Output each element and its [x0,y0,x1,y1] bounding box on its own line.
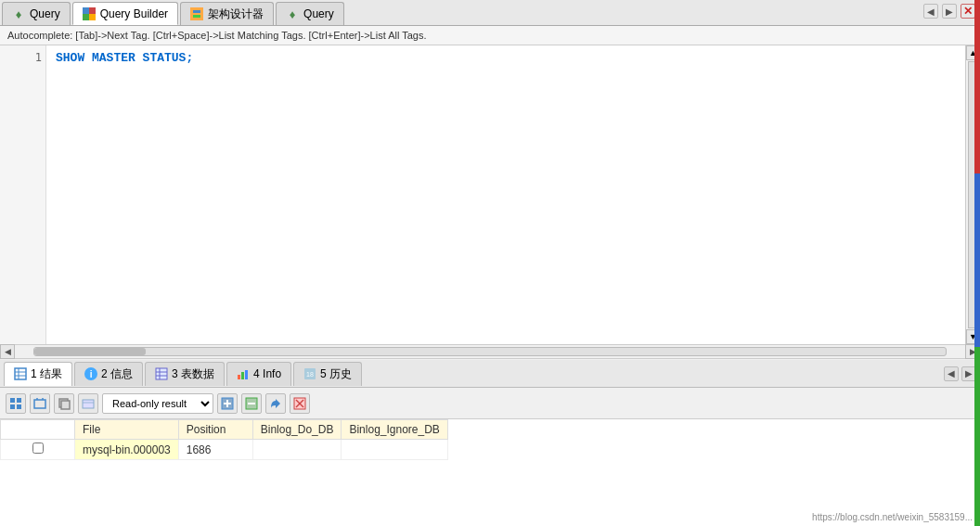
autocomplete-text: Autocomplete: [Tab]->Next Tag. [Ctrl+Spa… [7,30,427,41]
results-table: File Position Binlog_Do_DB Binlog_Ignore… [0,419,448,460]
builder-icon [83,7,96,20]
table-header-checkbox [1,420,75,440]
result-toolbar: Read-only result [0,388,980,419]
tabledata-icon [155,367,168,380]
toolbar-btn-6[interactable] [241,393,262,414]
result-tab-chart[interactable]: 4 Info [226,362,291,386]
line-number-1: 1 [4,51,42,64]
row-checkbox[interactable] [1,440,75,460]
chart-icon [237,367,250,380]
svg-rect-16 [241,372,244,379]
svg-rect-11 [156,368,167,379]
svg-rect-21 [17,398,21,403]
tab-prev-button[interactable]: ◀ [923,4,938,19]
cell-binlog-ignore [342,440,447,460]
cell-file: mysql-bin.000003 [75,440,179,460]
toolbar-btn-3[interactable] [54,393,74,414]
tab-next-button[interactable]: ▶ [942,4,957,19]
tab-query1[interactable]: ♦ Query [2,2,71,25]
svg-rect-0 [83,7,89,14]
toolbar-btn-2[interactable] [30,393,50,414]
svg-rect-22 [10,404,15,409]
tab-schema-label: 架构设计器 [208,6,264,22]
tab-close-button[interactable]: ✕ [961,4,975,19]
svg-rect-27 [83,400,94,408]
result-tab-info-label: 2 信息 [101,366,133,382]
tab-builder[interactable]: Query Builder [72,2,178,25]
deco-red [974,0,980,173]
svg-rect-17 [245,370,248,379]
data-table-wrapper: File Position Binlog_Do_DB Binlog_Ignore… [0,419,980,526]
result-tab-results-label: 1 结果 [31,366,62,382]
toolbar-btn-1[interactable] [6,393,26,414]
editor-wrapper: 1 SHOW MASTER STATUS; ▲ ▼ ◀ ▶ [0,45,980,359]
tab-query2[interactable]: ♦ Query [276,2,344,25]
svg-rect-4 [190,7,203,20]
cell-position: 1686 [178,440,252,460]
tab-bar-controls: ◀ ▶ ✕ [923,4,975,19]
history-icon: 18 [303,367,316,380]
autocomplete-bar: Autocomplete: [Tab]->Next Tag. [Ctrl+Spa… [0,26,980,45]
svg-rect-24 [34,400,45,408]
hscroll-left[interactable]: ◀ [0,344,15,359]
result-tab-bar: 1 结果 i 2 信息 3 表数据 [0,360,980,388]
deco-blue [974,173,980,347]
tab-query1-label: Query [30,7,60,20]
tab-bar: ♦ Query Query Builder 架构设计器 ♦ Query ◀ ▶ … [0,0,980,26]
deco-green [974,347,980,526]
result-tab-tabledata-label: 3 表数据 [172,366,214,382]
svg-rect-26 [61,401,70,409]
svg-rect-5 [193,10,200,13]
query1-icon: ♦ [12,7,25,20]
result-tab-info[interactable]: i 2 信息 [74,362,143,386]
result-tab-results[interactable]: 1 结果 [4,362,72,386]
editor-hscroll[interactable]: ◀ ▶ [0,344,980,359]
info-icon: i [84,367,97,380]
line-numbers: 1 [0,45,46,344]
toolbar-btn-8[interactable] [290,393,310,414]
hscroll-track [33,347,947,356]
tab-builder-label: Query Builder [100,7,168,20]
row-checkbox-input[interactable] [32,443,44,454]
schema-icon [190,7,203,20]
svg-rect-1 [89,7,96,14]
svg-rect-23 [17,404,21,409]
bottom-panel: 1 结果 i 2 信息 3 表数据 [0,360,980,526]
editor-code[interactable]: SHOW MASTER STATUS; [56,51,193,65]
toolbar-btn-7[interactable] [265,393,286,414]
svg-rect-2 [83,14,89,20]
table-header-file: File [75,420,179,440]
table-header-position: Position [178,420,252,440]
table-header-binlog-ignore: Binlog_Ignore_DB [342,420,447,440]
svg-rect-15 [238,375,240,379]
right-decoration [974,0,980,526]
svg-rect-6 [193,15,200,18]
tab-query2-label: Query [303,7,334,20]
svg-rect-3 [89,14,96,20]
svg-text:18: 18 [306,371,314,378]
cell-binlog-do [252,440,342,460]
watermark: https://blog.csdn.net/weixin_5583159... [812,512,973,522]
result-tab-prev[interactable]: ◀ [944,366,959,381]
result-tab-tabledata[interactable]: 3 表数据 [145,362,225,386]
results-icon [14,367,27,380]
svg-rect-20 [10,398,15,403]
result-tab-history[interactable]: 18 5 历史 [293,362,362,386]
editor-content[interactable]: SHOW MASTER STATUS; [46,45,965,344]
tab-schema[interactable]: 架构设计器 [180,2,274,25]
result-tab-chart-label: 4 Info [253,367,281,380]
table-row: mysql-bin.000003 1686 [1,440,448,460]
result-tab-controls: ◀ ▶ [944,366,976,381]
toolbar-btn-5[interactable] [217,393,238,414]
result-tab-history-label: 5 历史 [320,366,352,382]
hscroll-thumb[interactable] [34,348,146,355]
table-header-binlog-do: Binlog_Do_DB [252,420,342,440]
query2-icon: ♦ [286,7,299,20]
editor-main: 1 SHOW MASTER STATUS; ▲ ▼ [0,45,980,344]
svg-rect-7 [15,368,26,379]
toolbar-btn-4[interactable] [78,393,98,414]
readonly-dropdown[interactable]: Read-only result [102,393,213,414]
